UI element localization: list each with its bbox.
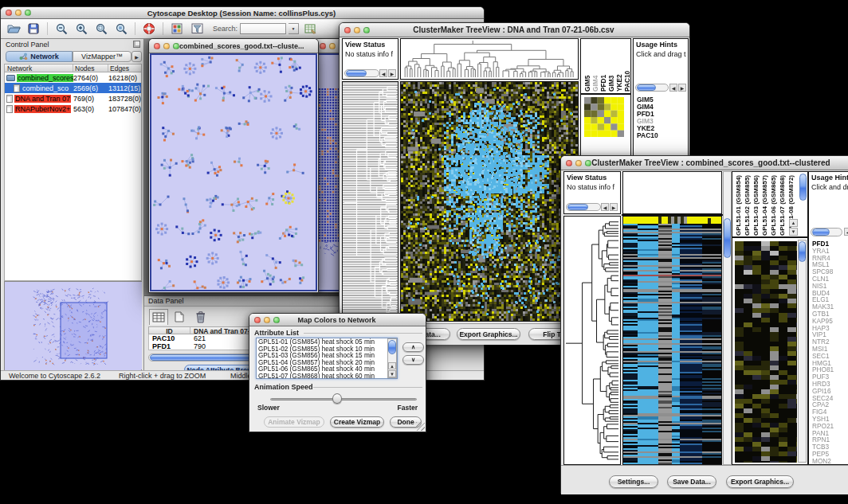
tv2-heatmap-vscrollbar[interactable] — [723, 171, 732, 465]
network-canvas-1[interactable] — [151, 55, 317, 291]
zoom-selected-button[interactable] — [92, 21, 110, 37]
minimize-button[interactable] — [264, 317, 270, 323]
filter-button[interactable] — [188, 21, 206, 37]
col-id[interactable]: ID — [149, 327, 190, 334]
treeview1-titlebar[interactable]: ClusterMaker TreeView : DNA and Tran 07-… — [340, 23, 689, 37]
column-label[interactable]: GPL51-04 (GSM857) — [760, 174, 769, 236]
minimize-button[interactable] — [163, 43, 170, 49]
zoom-window-button[interactable] — [25, 10, 31, 16]
scroll-down-arrow[interactable]: ▼ — [789, 228, 798, 236]
tv2-zoom-vscrollbar[interactable] — [798, 240, 807, 463]
float-panel-icon[interactable] — [133, 41, 140, 48]
label-scroll-thumb[interactable] — [799, 174, 807, 201]
column-label[interactable]: PAC10 — [623, 41, 631, 92]
column-label[interactable]: GIM4 — [591, 41, 599, 92]
minimize-button[interactable] — [354, 27, 360, 33]
move-up-button[interactable]: ∧ — [402, 342, 424, 352]
scroll-thumb[interactable] — [388, 340, 396, 354]
tv2-zoom-heatmap-canvas[interactable] — [735, 241, 797, 463]
scroll-down-arrow[interactable]: ▼ — [388, 370, 396, 377]
birdseye-canvas[interactable] — [5, 282, 142, 369]
export-graphics-button[interactable]: Export Graphics... — [726, 475, 794, 488]
network-list-row[interactable]: combined_scores 2764(0) 16218(0) — [5, 72, 141, 83]
listbox-vscrollbar[interactable]: ▲ ▼ — [387, 338, 397, 378]
scroll-thumb[interactable] — [812, 229, 830, 236]
scroll-right-arrow[interactable]: ▶ — [388, 69, 396, 77]
minimize-button[interactable] — [329, 43, 336, 49]
tv1-top-dendrogram-canvas[interactable] — [401, 39, 578, 79]
vizmapper-button[interactable] — [168, 21, 186, 37]
animate-vizmap-button[interactable]: Animate Vizmap — [264, 416, 324, 428]
export-graphics-button[interactable]: Export Graphics... — [457, 328, 520, 340]
scroll-thumb[interactable] — [346, 70, 367, 76]
column-label[interactable]: PFD1 — [599, 41, 607, 92]
create-attribute-button[interactable] — [170, 309, 189, 325]
delete-attribute-button[interactable] — [190, 308, 210, 325]
tv1-left-dendrogram-canvas[interactable] — [343, 82, 398, 321]
attribute-select-button[interactable] — [149, 309, 168, 325]
move-down-button[interactable]: ∨ — [402, 355, 424, 365]
col-edges[interactable]: Edges — [108, 64, 141, 72]
tv1-mini-heatmap-canvas[interactable] — [584, 97, 624, 137]
animation-speed-slider-track[interactable] — [270, 398, 417, 400]
tv2-status-hscrollbar[interactable] — [566, 203, 601, 211]
tv1-column-dendrogram[interactable] — [400, 38, 579, 80]
tab-network[interactable]: Network — [6, 51, 73, 62]
treeview2-titlebar[interactable]: ClusterMaker TreeView : combined_scores_… — [561, 156, 848, 170]
main-titlebar[interactable]: Cytoscape Desktop (Session Name: collins… — [1, 7, 484, 19]
network-list-row[interactable]: combined_sco 2569(6) 13112(15) — [5, 83, 141, 93]
network-list-row[interactable]: RNAPuberNov2+ 563(0) 107847(0) — [5, 104, 141, 114]
scroll-thumb[interactable] — [637, 84, 656, 91]
tv1-heatmap-pane[interactable] — [400, 81, 579, 322]
column-label[interactable]: GPL51-02 (GSM855) — [743, 174, 752, 236]
tv2-row-dendrogram[interactable] — [563, 216, 621, 465]
open-file-button[interactable] — [5, 21, 22, 37]
column-label[interactable]: YKE2 — [615, 41, 623, 92]
close-button[interactable] — [154, 43, 160, 49]
attribute-item[interactable]: GPL51-07 (GSM868) heat shock 60 min — [257, 373, 397, 379]
gene-label[interactable]: PAC10 — [637, 132, 658, 139]
close-button[interactable] — [320, 43, 326, 49]
tv2-usage-hscrollbar[interactable] — [811, 228, 842, 236]
tv1-row-dendrogram[interactable] — [342, 81, 398, 322]
tv2-heatmap-pane[interactable] — [622, 216, 722, 465]
help-button[interactable] — [140, 21, 158, 37]
tv1-heatmap-canvas[interactable] — [401, 82, 578, 321]
col-network[interactable]: Network — [5, 64, 73, 72]
scroll-up-arrow[interactable]: ▲ — [388, 362, 396, 369]
resize-grip[interactable] — [416, 422, 425, 431]
scroll-thumb[interactable] — [567, 204, 588, 210]
tv2-dendrogram-canvas[interactable] — [564, 217, 620, 464]
close-button[interactable] — [344, 27, 351, 33]
scroll-thumb[interactable] — [799, 241, 806, 262]
zoom-window-button[interactable] — [173, 43, 179, 49]
scroll-right-arrow[interactable]: ▶ — [678, 84, 686, 92]
close-button[interactable] — [254, 317, 261, 323]
scroll-right-arrow[interactable]: ▶ — [610, 203, 618, 211]
column-label[interactable]: GPL51-03 (GSM856) — [752, 174, 760, 236]
search-input[interactable] — [240, 23, 286, 34]
gene-label[interactable]: MON2 — [812, 458, 834, 465]
scroll-thumb[interactable] — [724, 218, 731, 258]
search-dropdown-button[interactable]: ▼ — [289, 23, 299, 34]
column-label[interactable]: GPL51-07 (GSM868) — [778, 174, 787, 236]
close-button[interactable] — [566, 160, 572, 166]
settings-button[interactable]: Settings... — [609, 475, 658, 488]
scroll-up-arrow[interactable]: ▲ — [789, 219, 798, 227]
tv1-status-hscrollbar[interactable] — [344, 69, 379, 77]
save-button[interactable] — [25, 21, 42, 37]
zoom-window-button[interactable] — [585, 160, 591, 166]
tab-overflow-button[interactable]: ▶ — [132, 51, 142, 62]
tv1-usage-hscrollbar[interactable] — [635, 84, 669, 92]
scroll-left-arrow[interactable]: ◀ — [601, 203, 609, 211]
scroll-left-arrow[interactable]: ◀ — [669, 84, 677, 92]
network-view-1[interactable] — [150, 53, 317, 291]
column-label[interactable]: GPL51-01 (GSM854) — [734, 174, 743, 236]
save-data-button[interactable]: Save Data... — [667, 475, 716, 488]
column-label[interactable]: GPL51-06 (GSM865) — [769, 174, 778, 236]
minimize-button[interactable] — [575, 160, 582, 166]
minimize-button[interactable] — [15, 10, 22, 16]
zoom-in-button[interactable] — [73, 21, 90, 37]
create-vizmap-button[interactable]: Create Vizmap — [330, 416, 384, 428]
col-nodes[interactable]: Nodes — [73, 64, 108, 72]
